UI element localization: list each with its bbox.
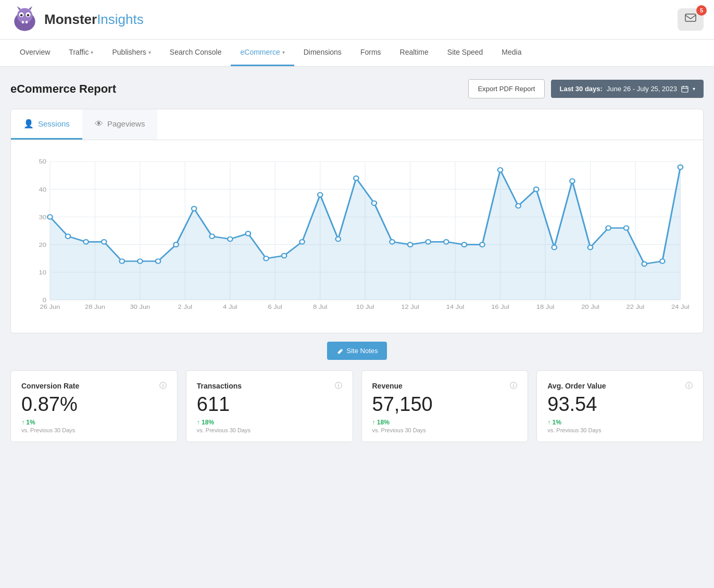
nav-item-overview[interactable]: Overview: [10, 40, 59, 66]
svg-point-74: [354, 176, 358, 181]
notification-button[interactable]: 5: [678, 8, 704, 31]
metric-header: Revenue ⓘ: [372, 381, 518, 391]
svg-point-60: [102, 240, 106, 244]
metric-vs: vs. Previous 30 Days: [197, 427, 342, 433]
svg-text:12 Jul: 12 Jul: [401, 303, 419, 310]
chevron-down-icon: ▾: [282, 49, 285, 55]
svg-text:20: 20: [39, 241, 46, 248]
svg-point-58: [66, 234, 70, 239]
nav-item-ecommerce[interactable]: eCommerce ▾: [231, 40, 294, 66]
metric-card-revenue: Revenue ⓘ 57,150 18% vs. Previous 30 Day…: [361, 370, 529, 442]
metric-change: 18%: [197, 419, 342, 426]
metric-cards: Conversion Rate ⓘ 0.87% 1% vs. Previous …: [10, 370, 704, 442]
info-icon[interactable]: ⓘ: [335, 381, 342, 391]
svg-text:24 Jul: 24 Jul: [671, 303, 690, 310]
svg-point-61: [120, 259, 124, 264]
metric-change: 18%: [372, 419, 518, 426]
date-range-button[interactable]: Last 30 days: June 26 - July 25, 2023 ▾: [551, 80, 704, 98]
svg-point-78: [425, 240, 430, 244]
svg-point-77: [408, 242, 412, 247]
metric-value: 0.87%: [21, 394, 167, 416]
metric-label: Conversion Rate: [21, 382, 79, 390]
nav-item-traffic[interactable]: Traffic ▾: [59, 40, 103, 66]
svg-point-76: [390, 240, 394, 244]
tab-pageviews[interactable]: 👁 Pageviews: [82, 109, 158, 140]
svg-point-57: [47, 215, 52, 219]
chart-tabs: 👤 Sessions 👁 Pageviews: [11, 109, 703, 140]
svg-point-5: [27, 14, 30, 17]
metric-change: 1%: [21, 419, 167, 426]
svg-point-91: [660, 259, 665, 264]
svg-point-92: [678, 165, 683, 170]
date-range-label: Last 30 days:: [559, 85, 602, 93]
svg-point-65: [192, 206, 196, 211]
svg-point-86: [570, 179, 574, 183]
svg-marker-7: [29, 6, 32, 10]
svg-point-72: [318, 193, 322, 197]
svg-point-90: [642, 262, 646, 267]
metric-header: Avg. Order Value ⓘ: [547, 381, 693, 391]
nav-item-site-speed[interactable]: Site Speed: [438, 40, 493, 66]
svg-point-62: [137, 259, 142, 264]
metric-card-avg-order-value: Avg. Order Value ⓘ 93.54 1% vs. Previous…: [536, 370, 704, 442]
svg-text:18 Jul: 18 Jul: [536, 303, 555, 310]
tab-sessions-label: Sessions: [38, 119, 70, 128]
metric-card-transactions: Transactions ⓘ 611 18% vs. Previous 30 D…: [186, 370, 353, 442]
svg-text:40: 40: [39, 186, 46, 193]
nav-item-realtime[interactable]: Realtime: [391, 40, 438, 66]
page-header-actions: Export PDF Report Last 30 days: June 26 …: [468, 79, 704, 98]
svg-point-79: [444, 240, 448, 244]
svg-text:10: 10: [39, 269, 46, 276]
svg-rect-8: [22, 21, 24, 23]
site-notes-label: Site Notes: [347, 347, 378, 355]
metric-label: Revenue: [372, 382, 403, 390]
chevron-down-icon: ▾: [148, 49, 151, 55]
tab-sessions[interactable]: 👤 Sessions: [11, 109, 82, 140]
page-content: eCommerce Report Export PDF Report Last …: [0, 67, 714, 455]
date-range-value: June 26 - July 25, 2023: [607, 85, 677, 93]
export-pdf-button[interactable]: Export PDF Report: [468, 79, 545, 98]
svg-text:16 Jul: 16 Jul: [491, 303, 509, 310]
svg-point-80: [462, 242, 467, 247]
metric-header: Conversion Rate ⓘ: [21, 381, 167, 391]
info-icon[interactable]: ⓘ: [159, 381, 167, 391]
info-icon[interactable]: ⓘ: [510, 381, 517, 391]
tab-pageviews-label: Pageviews: [107, 119, 145, 128]
svg-rect-9: [26, 21, 28, 23]
svg-text:0: 0: [43, 297, 46, 304]
person-icon: 👤: [23, 119, 34, 129]
nav-item-dimensions[interactable]: Dimensions: [294, 40, 351, 66]
metric-value: 611: [197, 394, 342, 416]
chart-container: 0102030405026 Jun28 Jun30 Jun2 Jul4 Jul6…: [16, 151, 693, 328]
inbox-icon: [685, 14, 696, 23]
header: MonsterInsights 5: [0, 0, 714, 40]
nav-item-search-console[interactable]: Search Console: [160, 40, 231, 66]
nav-item-publishers[interactable]: Publishers ▾: [103, 40, 160, 66]
svg-rect-10: [685, 14, 696, 21]
svg-text:30 Jun: 30 Jun: [130, 303, 150, 310]
svg-rect-11: [682, 86, 688, 92]
metric-vs: vs. Previous 30 Days: [372, 427, 518, 433]
svg-text:4 Jul: 4 Jul: [223, 303, 237, 310]
svg-text:50: 50: [39, 158, 46, 165]
site-notes-row: Site Notes: [10, 342, 704, 360]
nav-item-media[interactable]: Media: [492, 40, 531, 66]
chart-body: 0102030405026 Jun28 Jun30 Jun2 Jul4 Jul6…: [11, 140, 703, 333]
info-icon[interactable]: ⓘ: [685, 381, 693, 391]
logo-monster: Monster: [44, 11, 97, 27]
metric-label: Avg. Order Value: [547, 382, 606, 390]
site-notes-button[interactable]: Site Notes: [327, 342, 387, 360]
calendar-icon: [681, 85, 688, 93]
svg-point-66: [209, 234, 214, 239]
notification-badge: 5: [696, 5, 707, 16]
svg-text:14 Jul: 14 Jul: [446, 303, 465, 310]
metric-card-conversion-rate: Conversion Rate ⓘ 0.87% 1% vs. Previous …: [10, 370, 178, 442]
svg-point-59: [83, 240, 88, 244]
svg-point-4: [20, 14, 23, 17]
svg-point-87: [588, 245, 593, 250]
logo: MonsterInsights: [10, 5, 144, 34]
svg-text:30: 30: [39, 214, 46, 220]
pencil-icon: [336, 347, 344, 355]
nav-item-forms[interactable]: Forms: [351, 40, 391, 66]
main-nav: Overview Traffic ▾ Publishers ▾ Search C…: [0, 40, 714, 67]
